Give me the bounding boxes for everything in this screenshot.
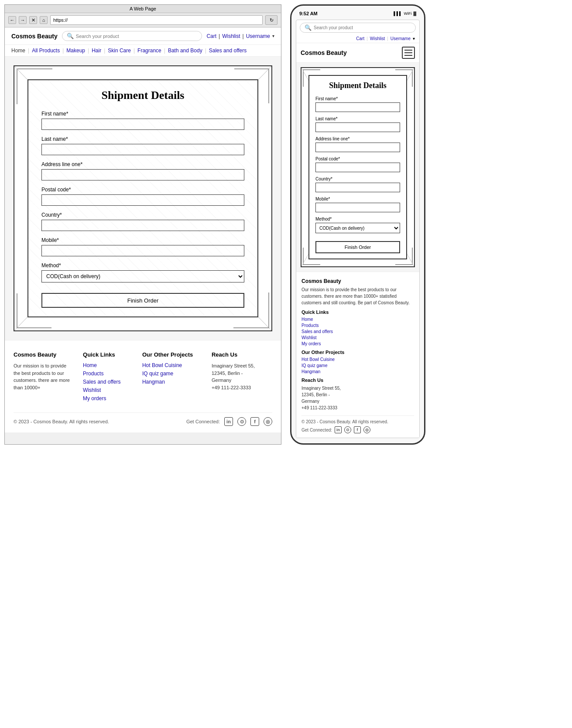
site-nav: Home | All Products | Makeup | Hair | Sk…	[5, 45, 281, 57]
mobile-wireframe-outer: Shipment Details First name* Last name* …	[301, 67, 415, 267]
mobile-github-icon[interactable]: ⊙	[344, 426, 351, 433]
cart-link[interactable]: Cart	[206, 33, 216, 39]
nav-makeup[interactable]: Makeup	[64, 47, 88, 54]
mobile-nav-bar: Cosmos Beauty	[296, 43, 419, 63]
footer-link-wishlist[interactable]: Wishlist	[83, 387, 134, 393]
mobile-first-name-input[interactable]	[315, 102, 400, 112]
mobile-instagram-icon[interactable]: ◎	[363, 426, 370, 433]
last-name-input[interactable]	[41, 144, 244, 155]
footer-link-sales[interactable]: Sales and offers	[83, 379, 134, 385]
mobile-wishlist-link[interactable]: Wishlist	[370, 36, 385, 41]
mobile-footer-hotbowl[interactable]: Hot Bowl Cuisine	[301, 357, 414, 362]
hamburger-line	[404, 52, 412, 53]
mobile-footer-wishlist[interactable]: Wishlist	[301, 335, 414, 340]
nav-sales[interactable]: Sales and offers	[206, 47, 250, 54]
address-input[interactable]	[41, 169, 244, 180]
footer-link-hangman[interactable]: Hangman	[142, 379, 203, 385]
first-name-input[interactable]	[41, 119, 244, 130]
mobile-footer-address: Imaginary Street 55,12345, Berlin -Germa…	[301, 385, 414, 411]
mobile-copyright: © 2023 - Cosmos Beauty. All rights reser…	[301, 419, 388, 424]
mobile-postal-label: Postal code*	[315, 156, 400, 161]
footer-link-hotbowl[interactable]: Hot Bowl Cuisine	[142, 362, 203, 368]
mobile-footer-iq[interactable]: IQ quiz game	[301, 363, 414, 368]
postal-input[interactable]	[41, 194, 244, 206]
footer-link-iq[interactable]: IQ quiz game	[142, 371, 203, 377]
mobile-cart-link[interactable]: Cart	[356, 36, 364, 41]
country-group: Country*	[41, 212, 244, 231]
mobile-footer-sales[interactable]: Sales and offers	[301, 329, 414, 334]
mobile-linkedin-icon[interactable]: in	[335, 426, 342, 433]
mobile-method-select[interactable]: COD(Cash on delivery) Online Payment	[315, 223, 400, 233]
site-footer: Cosmos Beauty Our mission is to provide …	[5, 340, 281, 432]
mobile-facebook-icon[interactable]: f	[354, 426, 361, 433]
mobile-search-bar[interactable]: 🔍	[300, 23, 416, 33]
mobile-group: Mobile*	[41, 237, 244, 256]
mobile-mobile-input[interactable]	[315, 203, 400, 212]
mobile-last-name-input[interactable]	[315, 122, 400, 132]
mobile-header-links: Cart | Wishlist | Username ▾	[296, 35, 419, 43]
url-bar[interactable]	[50, 15, 263, 25]
mobile-main-content: Shipment Details First name* Last name* …	[296, 63, 419, 272]
mobile-footer-brand-desc: Our mission is to provide the best produ…	[301, 286, 414, 306]
hamburger-line	[404, 55, 412, 56]
wishlist-link[interactable]: Wishlist	[222, 33, 240, 39]
github-icon[interactable]: ⊙	[237, 417, 246, 426]
mobile-footer-bottom: © 2023 - Cosmos Beauty. All rights reser…	[301, 415, 414, 433]
mobile-footer-products[interactable]: Products	[301, 323, 414, 328]
hamburger-menu[interactable]	[402, 47, 415, 59]
mobile-address-group: Address line one*	[315, 136, 400, 152]
nav-bath-and-body[interactable]: Bath and Body	[165, 47, 205, 54]
nav-hair[interactable]: Hair	[89, 47, 104, 54]
country-input[interactable]	[41, 220, 244, 231]
nav-fragrance[interactable]: Fragrance	[135, 47, 164, 54]
nav-all-products[interactable]: All Products	[29, 47, 62, 54]
method-group: Method* COD(Cash on delivery) Online Pay…	[41, 262, 244, 282]
linkedin-icon[interactable]: in	[224, 417, 233, 426]
mobile-social-icons: Get Connected: in ⊙ f ◎	[301, 426, 414, 433]
footer-link-orders[interactable]: My orders	[83, 395, 134, 401]
go-button[interactable]: ↻	[265, 15, 277, 25]
browser-titlebar: A Web Page	[5, 5, 281, 13]
mobile-username-link[interactable]: Username	[390, 36, 411, 41]
footer-bottom: © 2023 - Cosmos Beauty. All rights reser…	[14, 412, 272, 426]
instagram-icon[interactable]: ◎	[264, 417, 272, 426]
mobile-search-input[interactable]	[314, 25, 411, 30]
finish-order-button[interactable]: Finish Order	[41, 293, 244, 308]
mobile-footer-home[interactable]: Home	[301, 317, 414, 322]
signal-icon: ▌▌▌	[394, 11, 402, 16]
postal-label: Postal code*	[41, 187, 244, 193]
mobile-address-input[interactable]	[315, 143, 400, 152]
nav-skin-care[interactable]: Skin Care	[105, 47, 134, 54]
method-select[interactable]: COD(Cash on delivery) Online Payment	[41, 270, 244, 282]
footer-copyright: © 2023 - Cosmos Beauty. All rights reser…	[14, 419, 109, 424]
mobile-logo: Cosmos Beauty	[301, 49, 347, 56]
site-header: Cosmos Beauty 🔍 Cart | Wishlist | Userna…	[5, 27, 281, 45]
close-button[interactable]: ✕	[29, 16, 37, 24]
mobile-country-input[interactable]	[315, 183, 400, 192]
desktop-search-bar[interactable]: 🔍	[62, 31, 202, 41]
mobile-method-group: Method* COD(Cash on delivery) Online Pay…	[315, 217, 400, 233]
footer-brand-name: Cosmos Beauty	[14, 351, 74, 358]
back-button[interactable]: ←	[8, 16, 16, 24]
method-label: Method*	[41, 262, 244, 269]
facebook-icon[interactable]: f	[250, 417, 259, 426]
footer-link-home[interactable]: Home	[83, 362, 134, 368]
mobile-postal-input[interactable]	[315, 163, 400, 172]
first-name-label: First name*	[41, 111, 244, 117]
mobile-form-title: Shipment Details	[315, 81, 400, 90]
mobile-wireframe-inner: Shipment Details First name* Last name* …	[308, 75, 407, 259]
search-icon: 🔍	[67, 33, 74, 39]
last-name-group: Last name*	[41, 136, 244, 155]
mobile-input[interactable]	[41, 245, 244, 256]
nav-home[interactable]: Home	[11, 47, 28, 54]
browser-toolbar: ← → ✕ ⌂ ↻	[5, 13, 281, 27]
username-link[interactable]: Username	[246, 33, 270, 39]
home-button[interactable]: ⌂	[40, 16, 48, 24]
mobile-footer-orders[interactable]: My orders	[301, 341, 414, 346]
mobile-dropdown-icon: ▾	[413, 36, 415, 41]
forward-button[interactable]: →	[19, 16, 27, 24]
mobile-footer-hangman[interactable]: Hangman	[301, 369, 414, 374]
footer-link-products[interactable]: Products	[83, 371, 134, 377]
mobile-finish-order-button[interactable]: Finish Order	[315, 241, 400, 253]
search-input[interactable]	[76, 34, 198, 39]
